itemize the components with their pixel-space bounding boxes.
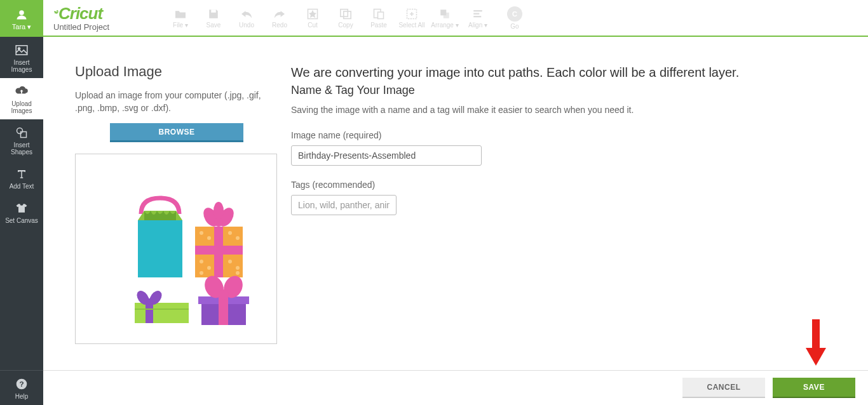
svg-point-23 xyxy=(200,231,203,235)
name-label: Image name (required) xyxy=(291,130,836,140)
tool-copy[interactable]: Copy xyxy=(329,8,362,29)
sidebar-label: Set Canvas xyxy=(5,217,38,224)
svg-point-30 xyxy=(236,266,240,270)
align-icon xyxy=(470,8,485,20)
tool-cut[interactable]: Cut xyxy=(296,8,329,29)
tool-save[interactable]: Save xyxy=(197,8,230,29)
svg-rect-16 xyxy=(473,10,482,11)
convert-heading: We are converting your image into cut pa… xyxy=(291,63,836,81)
svg-text:?: ? xyxy=(19,380,24,388)
cancel-button[interactable]: CANCEL xyxy=(682,378,765,398)
footer-bar: CANCEL SAVE xyxy=(43,370,868,405)
sidebar-label: Insert Shapes xyxy=(11,142,32,156)
tshirt-icon xyxy=(15,201,29,215)
svg-rect-12 xyxy=(378,12,384,19)
sidebar-add-text[interactable]: Add Text xyxy=(0,161,43,195)
image-preview xyxy=(75,154,277,344)
svg-point-36 xyxy=(214,218,223,227)
tool-file[interactable]: File ▾ xyxy=(164,8,197,29)
help-icon: ? xyxy=(15,377,29,391)
image-name-input[interactable] xyxy=(291,145,482,166)
profile-menu[interactable]: Tara ▾ xyxy=(0,0,43,37)
tags-label: Tags (recommended) xyxy=(291,180,836,190)
cut-star-icon xyxy=(305,8,320,20)
tags-input[interactable] xyxy=(291,195,397,215)
cloud-upload-icon xyxy=(15,84,29,98)
sidebar-set-canvas[interactable]: Set Canvas xyxy=(0,195,43,229)
upload-instructions: Upload an image from your computer (.jpg… xyxy=(75,89,278,114)
brand-logo: ༄Cricut xyxy=(53,4,164,23)
sidebar-upload-images[interactable]: Upload Images xyxy=(0,78,43,119)
user-icon xyxy=(15,8,29,22)
svg-point-0 xyxy=(19,10,24,15)
project-title: Untitled Project xyxy=(53,22,164,32)
sidebar-insert-shapes[interactable]: Insert Shapes xyxy=(0,119,43,161)
redo-icon xyxy=(272,8,287,20)
svg-rect-38 xyxy=(146,303,153,323)
sidebar-label: Help xyxy=(15,393,29,400)
svg-rect-18 xyxy=(473,16,481,17)
form-panel: We are converting your image into cut pa… xyxy=(291,63,836,344)
svg-point-25 xyxy=(200,260,203,263)
browse-button[interactable]: BROWSE xyxy=(110,123,243,142)
svg-rect-19 xyxy=(138,220,182,277)
save-icon xyxy=(206,8,221,20)
arrange-icon xyxy=(437,8,452,20)
text-icon xyxy=(15,167,29,181)
shapes-icon xyxy=(15,126,29,140)
upload-panel: Upload Image Upload an image from your c… xyxy=(75,63,278,344)
tool-arrange[interactable]: Arrange ▾ xyxy=(428,8,461,29)
svg-point-35 xyxy=(214,202,224,220)
tool-paste[interactable]: Paste xyxy=(362,8,395,29)
save-button[interactable]: SAVE xyxy=(773,378,855,398)
svg-point-26 xyxy=(207,266,211,270)
svg-point-24 xyxy=(207,236,211,240)
svg-point-3 xyxy=(17,128,23,134)
toolbar: File ▾ Save Undo Redo Cut Copy Paste Sel… xyxy=(164,6,531,30)
main-content: Upload Image Upload an image from your c… xyxy=(43,38,868,370)
top-header: ༄Cricut Untitled Project File ▾ Save Und… xyxy=(43,0,868,37)
image-icon xyxy=(15,43,29,57)
folder-icon xyxy=(173,8,188,20)
sidebar-insert-images[interactable]: Insert Images xyxy=(0,37,43,78)
select-all-icon xyxy=(404,8,419,20)
tool-undo[interactable]: Undo xyxy=(230,8,263,29)
copy-icon xyxy=(338,8,353,20)
left-sidebar: Tara ▾ Insert Images Upload Images Inser… xyxy=(0,0,43,405)
svg-rect-7 xyxy=(211,10,216,13)
go-badge-icon: C xyxy=(507,6,522,22)
tool-redo[interactable]: Redo xyxy=(263,8,296,29)
svg-rect-15 xyxy=(444,12,449,18)
sidebar-label: Insert Images xyxy=(11,59,32,73)
sidebar-label: Upload Images xyxy=(11,100,32,114)
svg-point-31 xyxy=(200,271,203,275)
paste-icon xyxy=(371,8,386,20)
sidebar-help[interactable]: ? Help xyxy=(0,370,43,405)
svg-point-28 xyxy=(236,236,240,240)
sidebar-label: Add Text xyxy=(10,183,34,190)
svg-point-42 xyxy=(146,298,153,305)
svg-point-27 xyxy=(228,231,232,235)
svg-rect-45 xyxy=(219,296,228,325)
profile-label: Tara ▾ xyxy=(12,23,31,30)
tool-go[interactable]: CGo xyxy=(498,6,531,30)
svg-rect-1 xyxy=(16,46,27,55)
svg-rect-17 xyxy=(473,13,479,14)
tool-align[interactable]: Align ▾ xyxy=(461,8,494,29)
name-tag-heading: Name & Tag Your Image xyxy=(291,84,836,97)
form-hint: Saving the image with a name and a tag w… xyxy=(291,105,836,115)
svg-rect-37 xyxy=(135,303,189,323)
undo-icon xyxy=(239,8,254,20)
svg-point-32 xyxy=(236,271,240,275)
upload-heading: Upload Image xyxy=(75,63,278,80)
tool-select-all[interactable]: Select All xyxy=(395,8,428,29)
svg-point-29 xyxy=(228,260,232,263)
svg-rect-22 xyxy=(214,227,223,277)
svg-point-48 xyxy=(219,289,229,300)
